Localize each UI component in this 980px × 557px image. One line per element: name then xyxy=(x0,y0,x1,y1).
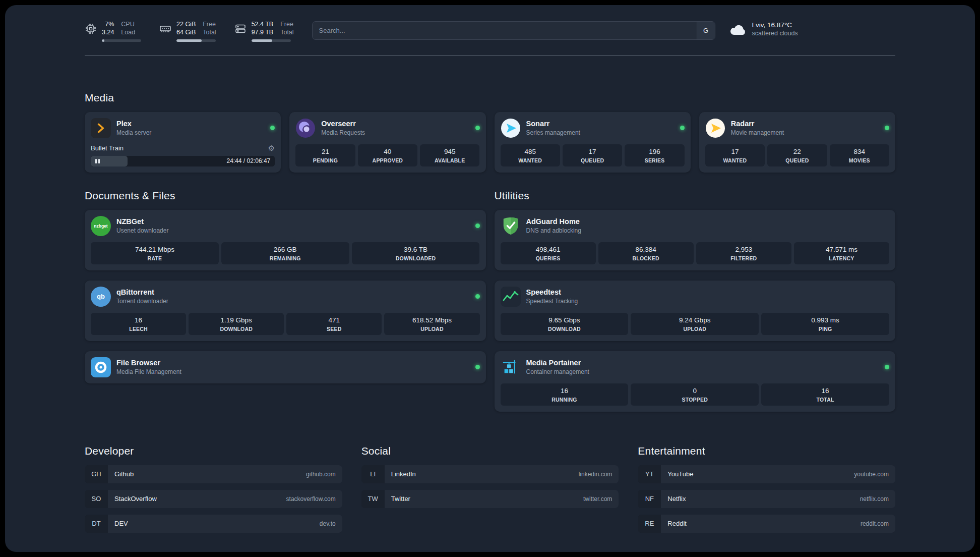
weather-location: Lviv, 16.87°C xyxy=(752,21,798,29)
status-dot xyxy=(475,294,480,299)
service-name: Speedtest xyxy=(526,288,578,296)
bookmark-abbr: DT xyxy=(85,515,108,533)
bookmark-dev[interactable]: DT DEV dev.to xyxy=(85,515,342,533)
service-card-filebrowser[interactable]: File Browser Media File Management xyxy=(85,351,486,383)
bookmark-abbr: NF xyxy=(638,490,661,508)
stat-tile: 945 AVAILABLE xyxy=(420,144,479,166)
stat-tile: 834 MOVIES xyxy=(830,144,889,166)
weather-widget: Lviv, 16.87°C scattered clouds xyxy=(729,21,798,37)
memory-free-label: Free xyxy=(203,20,216,28)
storage-total-label: Total xyxy=(280,28,293,36)
utilities-column: Utilities xyxy=(495,190,896,412)
service-card-radarr[interactable]: Radarr Movie management 17 WANTED 22 QUE… xyxy=(699,112,895,173)
bookmark-name: Github xyxy=(114,470,134,478)
service-card-sonarr[interactable]: Sonarr Series management 485 WANTED 17 Q… xyxy=(495,112,691,173)
bookmark-youtube[interactable]: YT YouTube youtube.com xyxy=(638,465,895,483)
nzbget-icon: nzbget xyxy=(91,216,111,236)
service-name: Plex xyxy=(116,120,151,128)
bookmark-domain: twitter.com xyxy=(583,495,612,503)
service-card-adguard[interactable]: AdGuard Home DNS and adblocking 498,461 … xyxy=(495,210,896,270)
service-card-nzbget[interactable]: nzbget NZBGet Usenet downloader 744.21 M… xyxy=(85,210,486,270)
bookmark-name: Reddit xyxy=(667,520,687,527)
filebrowser-icon xyxy=(91,357,111,377)
bookmark-domain: linkedin.com xyxy=(579,471,612,478)
service-card-speedtest[interactable]: Speedtest Speedtest Tracking 9.65 Gbps D… xyxy=(495,281,896,341)
pause-icon xyxy=(95,159,100,163)
dashboard: 7% 3.24 CPU Load xyxy=(5,5,975,552)
stat-tile: 17 WANTED xyxy=(705,144,765,166)
bookmark-name: DEV xyxy=(114,520,128,527)
stat-tile: 618.52 Mbps UPLOAD xyxy=(384,313,479,335)
service-name: Media Portainer xyxy=(526,359,589,367)
bookmark-domain: reddit.com xyxy=(861,520,889,527)
status-dot xyxy=(475,224,480,228)
storage-widget: 52.4 TB 97.9 TB Free Total xyxy=(234,20,294,42)
bookmark-netflix[interactable]: NF Netflix netflix.com xyxy=(638,490,895,508)
service-name: Radarr xyxy=(731,120,784,128)
memory-widget: 22 GiB 64 GiB Free Total xyxy=(159,20,216,42)
bookmark-abbr: SO xyxy=(85,490,108,508)
bookmark-stackoverflow[interactable]: SO StackOverflow stackoverflow.com xyxy=(85,490,342,508)
playback-time: 24:44 / 02:06:47 xyxy=(227,157,275,164)
bookmark-abbr: GH xyxy=(85,465,108,483)
service-subtitle: Movie management xyxy=(731,129,784,136)
stat-tile: 485 WANTED xyxy=(501,144,560,166)
service-name: Sonarr xyxy=(526,120,580,128)
memory-usage-bar xyxy=(176,39,216,42)
bookmark-abbr: LI xyxy=(361,465,385,483)
service-subtitle: Series management xyxy=(526,129,580,136)
status-dot xyxy=(270,126,275,130)
memory-free-value: 22 GiB xyxy=(176,20,196,28)
stat-tile: 744.21 Mbps RATE xyxy=(91,242,219,264)
service-card-plex[interactable]: Plex Media server Bullet Train ⚙ 24:44 /… xyxy=(85,112,281,173)
bookmark-twitter[interactable]: TW Twitter twitter.com xyxy=(361,490,619,508)
memory-total-label: Total xyxy=(203,28,216,36)
cpu-load-value: 3.24 xyxy=(102,28,114,36)
status-dot xyxy=(680,126,685,130)
service-name: File Browser xyxy=(116,359,181,367)
stat-tile: 47.571 ms LATENCY xyxy=(794,242,889,264)
service-subtitle: Torrent downloader xyxy=(116,298,168,305)
stat-tile: 266 GB REMAINING xyxy=(221,242,349,264)
status-dot xyxy=(885,126,889,130)
stat-tile: 2,953 FILTERED xyxy=(696,242,791,264)
storage-free-label: Free xyxy=(280,20,293,28)
service-card-overseerr[interactable]: Overseerr Media Requests 21 PENDING 40 A… xyxy=(289,112,485,173)
search-input[interactable] xyxy=(313,27,697,34)
status-dot xyxy=(475,126,480,130)
service-name: AdGuard Home xyxy=(526,217,581,226)
bookmark-domain: stackoverflow.com xyxy=(286,495,336,503)
stat-tile: 471 SEED xyxy=(286,313,382,335)
bookmark-abbr: RE xyxy=(638,515,661,533)
bookmark-linkedin[interactable]: LI LinkedIn linkedin.com xyxy=(361,465,619,483)
service-card-portainer[interactable]: Media Portainer Container management 16 … xyxy=(495,351,896,412)
stat-tile: 498,461 QUERIES xyxy=(501,242,596,264)
bookmark-github[interactable]: GH Github github.com xyxy=(85,465,342,483)
storage-usage-bar-fill xyxy=(252,39,272,42)
plex-icon xyxy=(91,118,111,138)
stat-tile: 0.993 ms PING xyxy=(761,313,889,335)
cpu-label: CPU xyxy=(121,20,135,28)
gear-icon[interactable]: ⚙ xyxy=(268,144,275,152)
section-title-developer: Developer xyxy=(85,445,342,457)
memory-total-value: 64 GiB xyxy=(176,28,196,36)
weather-condition: scattered clouds xyxy=(752,30,798,37)
cloud-icon xyxy=(729,23,747,36)
service-name: NZBGet xyxy=(116,217,168,226)
service-subtitle: Container management xyxy=(526,368,589,375)
sonarr-icon xyxy=(501,118,521,138)
storage-icon xyxy=(234,23,247,35)
search-provider-button[interactable]: G xyxy=(697,22,715,39)
cpu-usage-bar-fill xyxy=(102,39,104,42)
bookmark-domain: github.com xyxy=(306,471,336,478)
bookmark-reddit[interactable]: RE Reddit reddit.com xyxy=(638,515,895,533)
storage-free-value: 52.4 TB xyxy=(252,20,274,28)
stat-tile: 17 QUEUED xyxy=(563,144,622,166)
bookmark-name: YouTube xyxy=(667,470,693,478)
bookmark-abbr: YT xyxy=(638,465,661,483)
bookmark-name: Twitter xyxy=(391,495,410,503)
section-title-documents: Documents & Files xyxy=(85,190,486,202)
memory-icon xyxy=(159,23,171,35)
service-card-qbittorrent[interactable]: qb qBittorrent Torrent downloader 16 LEE… xyxy=(85,281,486,341)
portainer-icon xyxy=(501,357,521,377)
